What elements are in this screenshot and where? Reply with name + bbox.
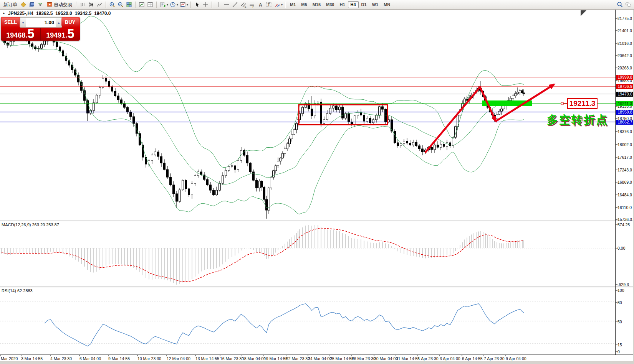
dropdown-caret-icon[interactable]: ▾: [281, 3, 283, 7]
templates-icon[interactable]: [179, 1, 187, 8]
ohlc-open: 19362.5: [36, 11, 53, 16]
one-click-trading-panel: SELL ▾ ▴ BUY 19468.5 19491.5: [1, 17, 80, 41]
price-tick-label: 18002.0: [617, 142, 632, 147]
timeframe-button-m15[interactable]: M15: [310, 1, 323, 8]
time-axis-label: 1 Apr 23:30: [418, 356, 439, 361]
trendline-icon[interactable]: [231, 1, 239, 8]
time-axis-label: 30 Mar 04:00: [374, 356, 398, 361]
price-tick-label: 17243.0: [617, 168, 632, 172]
zigzag-impulse-arrow: [425, 87, 496, 153]
toolbar-separator: [285, 2, 285, 8]
macd-axis-label: -929.3: [617, 282, 629, 287]
price-line-label: 18959.8: [616, 110, 634, 115]
time-axis-label: 9 Apr 04:00: [506, 356, 526, 361]
search-icon[interactable]: [616, 1, 624, 8]
text-label-icon[interactable]: T: [265, 1, 273, 8]
time-axis-label: 25 Mar 14:55: [330, 356, 354, 361]
rsi-axis-label: 100: [617, 288, 624, 293]
price-tick-label: 21016.0: [617, 41, 632, 46]
autotrading-button[interactable]: 自动交易: [45, 1, 74, 9]
zoom-in-icon[interactable]: [108, 1, 116, 8]
toolbar-separator: [76, 2, 76, 8]
sell-price[interactable]: 19468.5: [1, 27, 40, 41]
timeframe-button-w1[interactable]: W1: [369, 1, 381, 8]
signals-icon[interactable]: [36, 1, 45, 8]
tile-windows-icon[interactable]: [125, 1, 133, 8]
line-chart-icon[interactable]: [95, 1, 104, 8]
timeframe-button-h4[interactable]: H4: [348, 1, 359, 8]
time-axis-label: 9 Mar 14:55: [108, 356, 130, 361]
buy-button[interactable]: BUY: [61, 18, 79, 26]
time-axis-label: 19 Mar 14:55: [264, 356, 288, 361]
time-axis-label: 24 Mar 04:00: [308, 356, 332, 361]
time-axis-label: Mar 2020: [1, 356, 18, 361]
timeframe-button-h1[interactable]: H1: [337, 1, 348, 8]
sell-button[interactable]: SELL: [2, 18, 19, 26]
rsi-axis-label: 50: [617, 320, 622, 324]
price-line-label: 19470.0: [616, 92, 634, 97]
ohlc-high: 19520.0: [55, 11, 72, 16]
svg-text:E: E: [245, 5, 247, 8]
time-axis-label: 16 Mar 23:30: [220, 356, 244, 361]
timeframe-button-m1[interactable]: M1: [287, 1, 298, 8]
window-bottom-edge: [0, 361, 634, 364]
cursor-icon[interactable]: [193, 1, 201, 8]
price-tick-label: 20642.0: [617, 53, 632, 58]
chart-canvas[interactable]: [0, 0, 634, 364]
time-axis-label: 10 Mar 23:30: [137, 356, 161, 361]
arrows-icon[interactable]: [273, 1, 281, 8]
ohlc-low: 19342.5: [75, 11, 91, 16]
indicators-icon[interactable]: [159, 1, 167, 8]
vertical-line-icon[interactable]: [214, 1, 222, 8]
timeframe-button-m30[interactable]: M30: [323, 1, 337, 8]
fibonacci-icon[interactable]: F: [248, 1, 256, 8]
candlestick-icon[interactable]: [87, 1, 95, 8]
time-axis-label: 12 Mar 04:00: [167, 356, 190, 361]
dropdown-caret-icon[interactable]: ▾: [167, 3, 168, 7]
volume-control: ▾ ▴: [20, 17, 62, 28]
autotrading-icon: [46, 1, 53, 8]
new-order-button[interactable]: 新订单: [2, 1, 19, 8]
dropdown-caret-icon[interactable]: ▾: [177, 3, 178, 7]
price-tick-label: 16484.0: [617, 193, 632, 197]
volume-input[interactable]: [26, 18, 56, 27]
timeframe-button-mn[interactable]: MN: [381, 1, 393, 8]
timeframe-button-m5[interactable]: M5: [298, 1, 310, 8]
buy-price[interactable]: 19491.5: [41, 27, 80, 41]
periods-icon[interactable]: [169, 1, 177, 8]
macd-indicator-label: MACD(12,26,9) 263.20 253.87: [2, 222, 59, 227]
price-tick-label: 16110.0: [617, 205, 632, 210]
bar-chart-icon[interactable]: [78, 1, 87, 8]
price-callout-box[interactable]: 19211.3: [567, 98, 598, 109]
text-icon[interactable]: A: [256, 1, 265, 8]
volume-increase-button[interactable]: ▴: [56, 18, 62, 27]
time-axis-label: 31 Mar 14:55: [396, 356, 420, 361]
time-axis-label: 4 Mar 23:30: [50, 356, 72, 361]
svg-text:A: A: [259, 2, 262, 8]
toolbar-separator: [106, 2, 106, 8]
accounts-icon[interactable]: [28, 1, 36, 8]
rsi-indicator-label: RSI(14) 62.2883: [2, 288, 33, 293]
grid-icon[interactable]: [146, 1, 154, 8]
time-axis-label: 6 Mar 04:00: [79, 356, 101, 361]
svg-text:F: F: [253, 5, 254, 8]
macd-axis-label: 574.25: [617, 222, 630, 227]
gold-seal-icon[interactable]: [19, 1, 28, 8]
rsi-axis-label: 0: [617, 349, 620, 354]
price-line-label: 19999.8: [616, 75, 634, 80]
symbol-timeframe: JPN225-,H4: [8, 11, 33, 16]
chat-icon[interactable]: [624, 1, 632, 8]
dropdown-caret-icon[interactable]: ▾: [187, 3, 188, 7]
crosshair-icon[interactable]: [201, 1, 210, 8]
zoom-out-icon[interactable]: [116, 1, 125, 8]
volume-decrease-button[interactable]: ▾: [20, 18, 26, 27]
price-tick-label: 20268.0: [617, 66, 632, 70]
toolbar-separator: [156, 2, 157, 8]
timeframe-button-d1[interactable]: D1: [359, 1, 369, 8]
price-tick-label: 15736.0: [617, 217, 632, 222]
channel-icon[interactable]: E: [239, 1, 248, 8]
auto-arrange-icon[interactable]: [137, 1, 146, 8]
price-tick-label: 21401.0: [617, 28, 632, 33]
rsi-axis-label: 15: [617, 343, 622, 347]
horizontal-line-icon[interactable]: [222, 1, 231, 8]
